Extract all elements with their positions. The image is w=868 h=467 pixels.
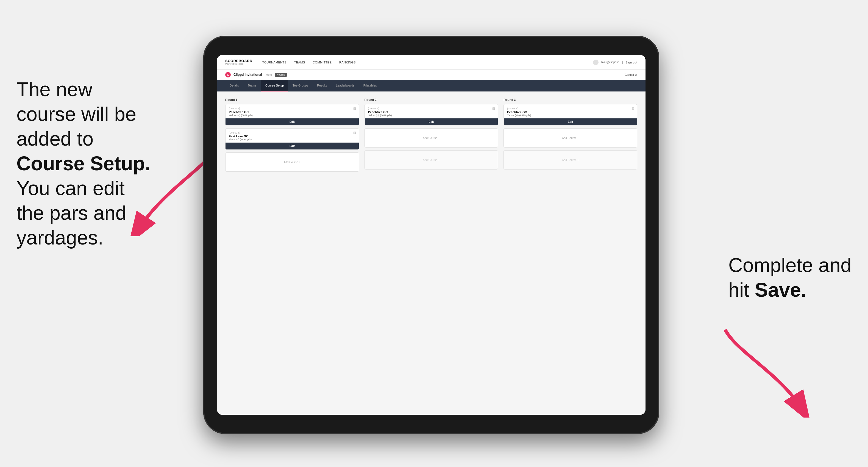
content-area: Round 1 (Course A) Peachtree GC Yellow (… <box>217 91 646 415</box>
round2-course-a-delete-icon[interactable]: ⊟ <box>492 106 495 111</box>
round3-add-course-label: Add Course + <box>562 136 579 139</box>
round1-course-b-inner: (Course B) East Lake GC Black (M) (6891 … <box>225 129 359 143</box>
user-email: blair@clippd.io <box>601 61 619 64</box>
round-2-title: Round 2 <box>365 98 498 101</box>
clippd-logo: C <box>225 72 231 77</box>
round1-course-b-label: (Course B) <box>229 131 355 134</box>
tab-leaderboards[interactable]: Leaderboards <box>332 80 359 91</box>
sign-out-link[interactable]: Sign out <box>625 61 637 64</box>
tab-results[interactable]: Results <box>313 80 332 91</box>
tab-printables[interactable]: Printables <box>359 80 381 91</box>
round-1-title: Round 1 <box>225 98 359 101</box>
round3-course-a-label: (Course A) <box>507 107 634 110</box>
cancel-button[interactable]: Cancel ✕ <box>625 73 637 76</box>
round2-add-course-button[interactable]: Add Course + <box>365 128 498 148</box>
round2-course-a-card: (Course A) Peachtree GC Yellow (M) (6629… <box>365 104 498 126</box>
round3-course-a-details: Yellow (M) (6629 yds) <box>507 114 634 117</box>
round1-course-a-edit-button[interactable]: Edit <box>225 118 359 125</box>
nav-rankings[interactable]: RANKINGS <box>339 61 356 64</box>
round2-course-a-details: Yellow (M) (6629 yds) <box>368 114 495 117</box>
round1-course-a-inner: (Course A) Peachtree GC Yellow (M) (6629… <box>225 104 359 118</box>
round1-add-course-label: Add Course + <box>284 161 301 164</box>
tournament-name: Clippd Invitational <box>234 73 262 76</box>
annotation-left: The new course will be added to Course S… <box>17 77 151 250</box>
round2-course-a-inner: (Course A) Peachtree GC Yellow (M) (6629… <box>365 104 498 118</box>
round3-course-a-edit-button[interactable]: Edit <box>504 118 637 125</box>
arrow-right-icon <box>703 324 813 417</box>
round3-course-a-inner: (Course A) Peachtree GC Yellow (M) (6629… <box>504 104 637 118</box>
rounds-grid: Round 1 (Course A) Peachtree GC Yellow (… <box>225 98 637 175</box>
tab-bar: Details Teams Course Setup Tee Groups Re… <box>217 80 646 91</box>
tournament-gender: (Men) <box>265 73 272 76</box>
nav-separator: | <box>622 61 623 64</box>
round1-course-a-delete-icon[interactable]: ⊟ <box>353 106 356 111</box>
round3-course-a-delete-icon[interactable]: ⊟ <box>631 106 634 111</box>
round1-add-course-button[interactable]: Add Course + <box>225 152 359 172</box>
round-2-column: Round 2 (Course A) Peachtree GC Yellow (… <box>365 98 498 175</box>
round2-add-course-label: Add Course + <box>423 136 439 139</box>
round1-course-b-details: Black (M) (6891 yds) <box>229 138 355 141</box>
avatar <box>593 60 598 65</box>
round3-add-course-disabled: Add Course + <box>503 150 637 169</box>
round2-course-a-edit-button[interactable]: Edit <box>365 118 498 125</box>
tournament-info: C Clippd Invitational (Men) Hosting <box>225 72 287 77</box>
round-3-column: Round 3 (Course A) Peachtree GC Yellow (… <box>503 98 637 175</box>
round3-add-course-button[interactable]: Add Course + <box>503 128 637 148</box>
round3-course-a-card: (Course A) Peachtree GC Yellow (M) (6629… <box>503 104 637 126</box>
round1-course-a-label: (Course A) <box>229 107 355 110</box>
sub-header: C Clippd Invitational (Men) Hosting Canc… <box>217 70 646 80</box>
tab-tee-groups[interactable]: Tee Groups <box>288 80 313 91</box>
round1-course-b-edit-button[interactable]: Edit <box>225 143 359 150</box>
round2-course-a-label: (Course A) <box>368 107 495 110</box>
round-1-column: Round 1 (Course A) Peachtree GC Yellow (… <box>225 98 359 175</box>
round2-add-course-disabled: Add Course + <box>365 150 498 169</box>
nav-left: SCOREBOARD Powered by clippd TOURNAMENTS… <box>225 59 356 65</box>
nav-committee[interactable]: COMMITTEE <box>313 61 332 64</box>
nav-teams[interactable]: TEAMS <box>294 61 305 64</box>
round1-course-a-details: Yellow (M) (6629 yds) <box>229 114 355 117</box>
round2-add-course-disabled-label: Add Course + <box>423 158 439 161</box>
scoreboard-logo: SCOREBOARD Powered by clippd <box>225 59 252 65</box>
round2-course-a-name: Peachtree GC <box>368 111 495 114</box>
round1-course-a-card: (Course A) Peachtree GC Yellow (M) (6629… <box>225 104 359 126</box>
tablet-screen: SCOREBOARD Powered by clippd TOURNAMENTS… <box>217 55 646 415</box>
round1-course-b-card: (Course B) East Lake GC Black (M) (6891 … <box>225 128 359 150</box>
round-3-title: Round 3 <box>503 98 637 101</box>
round3-add-course-disabled-label: Add Course + <box>562 158 579 161</box>
logo-title: SCOREBOARD <box>225 59 252 63</box>
hosting-badge: Hosting <box>275 73 287 76</box>
tab-details[interactable]: Details <box>225 80 243 91</box>
round1-course-a-name: Peachtree GC <box>229 111 355 114</box>
nav-tournaments[interactable]: TOURNAMENTS <box>262 61 286 64</box>
tablet-frame: SCOREBOARD Powered by clippd TOURNAMENTS… <box>203 36 659 434</box>
round1-course-b-delete-icon[interactable]: ⊟ <box>353 131 356 134</box>
nav-links: TOURNAMENTS TEAMS COMMITTEE RANKINGS <box>262 61 356 64</box>
annotation-right: Complete and hit Save. <box>728 253 851 302</box>
nav-right: blair@clippd.io | Sign out <box>593 60 637 65</box>
round1-course-b-name: East Lake GC <box>229 134 355 138</box>
logo-subtitle: Powered by clippd <box>225 63 252 65</box>
tab-course-setup[interactable]: Course Setup <box>261 80 288 91</box>
round3-course-a-name: Peachtree GC <box>507 111 634 114</box>
top-nav: SCOREBOARD Powered by clippd TOURNAMENTS… <box>217 55 646 70</box>
tab-teams[interactable]: Teams <box>243 80 261 91</box>
